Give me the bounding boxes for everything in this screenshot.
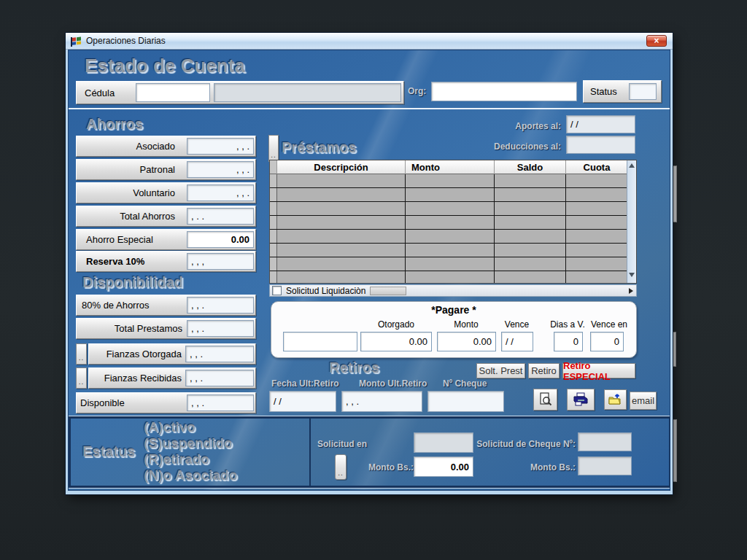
monto-bs-label: Monto Bs.: xyxy=(368,462,414,472)
header-divider xyxy=(69,108,670,109)
table-cell xyxy=(277,174,406,187)
email-button[interactable]: email xyxy=(630,392,657,410)
solicitud-browse-button[interactable]: .. xyxy=(335,454,347,480)
table-row[interactable] xyxy=(270,257,636,271)
table-cell xyxy=(277,244,406,257)
table-cell xyxy=(277,202,406,215)
print-button[interactable] xyxy=(567,389,595,411)
export-folder-button[interactable] xyxy=(604,389,627,410)
table-row[interactable] xyxy=(270,174,636,188)
table-cell xyxy=(566,174,628,187)
retiro-especial-button[interactable]: Retiro ESPECIAL xyxy=(562,363,635,378)
pagare-dias-field[interactable]: 0 xyxy=(554,332,583,351)
prestamos-browse-button[interactable]: .. xyxy=(268,135,279,162)
fecha-ult-retiro-field[interactable]: / / xyxy=(269,391,336,412)
desktop-background: Operaciones Diarias × Estado de Cuenta C… xyxy=(0,0,747,560)
disp-field-fianzas-recibidas: , , . xyxy=(185,370,254,386)
grid-selector-header xyxy=(270,160,277,174)
aportes-label: Aportes al: xyxy=(477,121,561,131)
table-cell xyxy=(566,230,628,243)
table-row[interactable] xyxy=(270,271,636,284)
deducciones-label: Deducciones al: xyxy=(462,141,561,152)
pagare-monto-field[interactable]: 0.00 xyxy=(437,332,496,351)
legend-activo: (A)ctivo xyxy=(144,419,196,435)
nombre-field xyxy=(214,83,401,102)
solicitud-liquidacion-checkbox[interactable] xyxy=(272,286,282,295)
column-header-saldo: Saldo xyxy=(495,160,566,174)
background-window-fragment xyxy=(672,166,677,222)
table-cell xyxy=(495,188,566,201)
disp-label-fianzas-recibidas: Fianzas Recibidas xyxy=(88,373,182,384)
ahorros-field-reserva: , , , xyxy=(187,253,254,270)
solicitud-cheque-label: Solicitud de Cheque Nº: xyxy=(472,439,576,449)
table-cell xyxy=(566,216,628,229)
ahorros-label-voluntario: Voluntario xyxy=(76,187,175,198)
table-row[interactable] xyxy=(270,188,636,202)
legend-suspendido: (S)uspendido xyxy=(144,435,232,451)
scroll-down-icon[interactable] xyxy=(629,273,635,277)
table-cell xyxy=(495,216,566,229)
table-cell xyxy=(270,230,277,243)
pagare-label-vence-en: Vence en xyxy=(589,319,629,330)
fecha-ult-retiro-label: Fecha Ult:Retiro xyxy=(271,378,339,389)
prestamos-grid-body xyxy=(270,174,636,284)
status-label: Status xyxy=(590,86,617,97)
disp-field-80pct: , , . xyxy=(187,297,254,314)
section-title-ahorros: Ahorros xyxy=(86,116,143,133)
ahorros-field-voluntario: , , . xyxy=(187,184,254,201)
ahorros-field-asociado: , , . xyxy=(187,138,254,155)
cedula-input[interactable] xyxy=(136,83,210,102)
cedula-label: Cédula xyxy=(85,88,115,98)
scroll-right-icon[interactable] xyxy=(629,288,633,294)
table-cell xyxy=(406,188,495,201)
pagare-otorgado-field[interactable]: 0.00 xyxy=(360,332,432,351)
num-cheque-label: Nº Cheque xyxy=(443,378,487,389)
ahorros-label-total: Total Ahorros xyxy=(76,211,175,222)
fianzas-otorgada-browse-button[interactable]: .. xyxy=(76,343,87,365)
org-input[interactable] xyxy=(431,82,577,101)
ahorros-label-asociado: Asociado xyxy=(76,141,175,152)
table-row[interactable] xyxy=(270,202,636,216)
grid-horizontal-scrollbar[interactable]: Solicitud Liquidaciòn xyxy=(269,284,637,297)
column-header-descripcion: Descripción xyxy=(277,160,406,174)
monto-bs-field: 0.00 xyxy=(414,456,473,477)
scroll-up-icon[interactable] xyxy=(629,163,635,168)
legend-retirado: (R)etirado xyxy=(144,451,209,467)
table-cell xyxy=(495,257,566,271)
app-icon xyxy=(71,35,82,47)
pagare-descripcion-input[interactable] xyxy=(283,332,357,351)
retiro-button[interactable]: Retiro xyxy=(528,363,560,378)
monto-ult-retiro-field[interactable]: , , . xyxy=(341,391,422,412)
legend-no-asociado: (N)o Asociado xyxy=(144,467,237,483)
titlebar[interactable]: Operaciones Diarias × xyxy=(66,33,673,50)
ahorros-label-patronal: Patronal xyxy=(76,164,175,175)
table-row[interactable] xyxy=(270,216,636,230)
table-cell xyxy=(566,188,628,201)
ahorros-field-especial: 0.00 xyxy=(187,231,254,248)
table-cell xyxy=(277,230,406,243)
print-preview-button[interactable] xyxy=(533,389,557,411)
aportes-field: / / xyxy=(566,115,635,133)
solt-prest-button[interactable]: Solt. Prest xyxy=(476,363,525,378)
grid-vertical-scrollbar[interactable] xyxy=(627,160,636,283)
folder-arrow-icon xyxy=(608,393,623,406)
status-field xyxy=(629,83,657,100)
table-row[interactable] xyxy=(270,230,636,244)
estatus-title: Estatus xyxy=(82,443,135,460)
pagare-panel: *Pagare * Otorgado Monto Vence Dias a V.… xyxy=(271,301,637,358)
page-title: Estado de Cuenta xyxy=(85,55,245,77)
pagare-label-monto: Monto xyxy=(437,319,495,330)
pagare-vence-en-field[interactable]: 0 xyxy=(590,332,624,351)
num-cheque-field[interactable] xyxy=(427,391,504,412)
disp-field-fianzas-otorgada: , , . xyxy=(185,346,254,362)
column-header-cuota: Cuota xyxy=(566,160,628,174)
pagare-vence-field[interactable]: / / xyxy=(501,332,533,351)
ahorros-label-reserva: Reserva 10% xyxy=(86,256,144,267)
fianzas-recibidas-browse-button[interactable]: .. xyxy=(76,368,87,389)
pagare-label-vence: Vence xyxy=(501,319,533,330)
pagare-title: *Pagare * xyxy=(271,304,636,316)
close-button[interactable]: × xyxy=(646,35,667,47)
liquidacion-button[interactable] xyxy=(370,287,406,295)
table-row[interactable] xyxy=(270,244,636,257)
disp-label-80pct: 80% de Ahorros xyxy=(82,300,150,311)
